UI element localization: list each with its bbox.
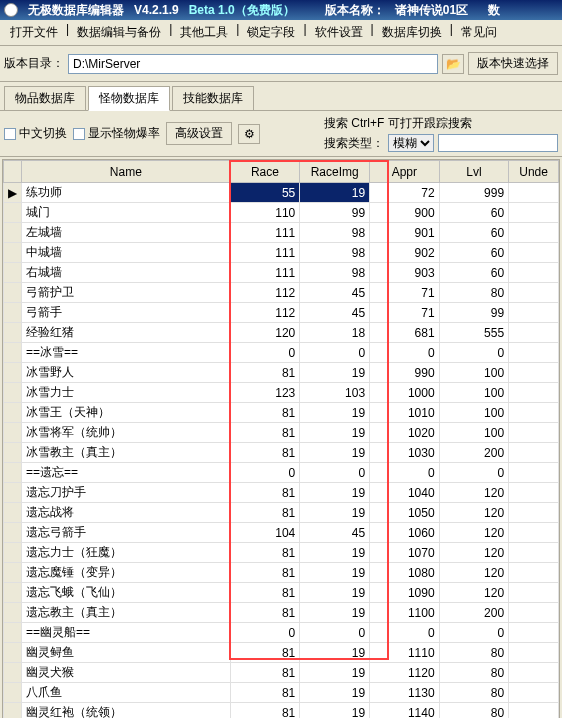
data-grid[interactable]: NameRaceRaceImgApprLvlUnde▶练功师551972999城…	[2, 159, 560, 718]
cell[interactable]: 80	[439, 643, 508, 663]
cell[interactable]	[509, 543, 559, 563]
table-row[interactable]: 冰雪王（天神）81191010100	[4, 403, 559, 423]
cn-switch-checkbox[interactable]: 中文切换	[4, 125, 67, 142]
cell[interactable]: 900	[370, 203, 440, 223]
cell[interactable]	[509, 583, 559, 603]
col-Unde[interactable]: Unde	[509, 161, 559, 183]
cell[interactable]	[509, 463, 559, 483]
cell[interactable]: 1060	[370, 523, 440, 543]
cell[interactable]	[509, 243, 559, 263]
cell-name[interactable]: 遗忘弓箭手	[22, 523, 231, 543]
cell[interactable]: 81	[230, 703, 300, 719]
col-Appr[interactable]: Appr	[370, 161, 440, 183]
cell[interactable]: 103	[300, 383, 370, 403]
cell[interactable]: 55	[230, 183, 300, 203]
cell[interactable]: 104	[230, 523, 300, 543]
cell[interactable]: 19	[300, 443, 370, 463]
menu-dbswitch[interactable]: 数据库切换	[376, 22, 448, 43]
cell-name[interactable]: ==冰雪==	[22, 343, 231, 363]
advanced-button[interactable]: 高级设置	[166, 122, 232, 145]
cell[interactable]: 99	[300, 203, 370, 223]
cell[interactable]	[509, 363, 559, 383]
cell[interactable]: 1120	[370, 663, 440, 683]
cell[interactable]: 99	[439, 303, 508, 323]
cell[interactable]: 81	[230, 423, 300, 443]
cell-name[interactable]: 经验红猪	[22, 323, 231, 343]
cell-name[interactable]: 弓箭护卫	[22, 283, 231, 303]
gear-icon[interactable]: ⚙	[238, 124, 260, 144]
menu-lock[interactable]: 锁定字段	[241, 22, 301, 43]
cell[interactable]	[509, 503, 559, 523]
cell[interactable]: 0	[439, 343, 508, 363]
table-row[interactable]: ==遗忘==0000	[4, 463, 559, 483]
cell[interactable]: 120	[439, 563, 508, 583]
col-Lvl[interactable]: Lvl	[439, 161, 508, 183]
cell[interactable]: 1130	[370, 683, 440, 703]
cell[interactable]	[509, 403, 559, 423]
cell[interactable]	[509, 643, 559, 663]
table-row[interactable]: 左城墙1119890160	[4, 223, 559, 243]
cell[interactable]: 100	[439, 383, 508, 403]
cell[interactable]: 1020	[370, 423, 440, 443]
cell[interactable]: 111	[230, 263, 300, 283]
cell[interactable]: 1110	[370, 643, 440, 663]
col-Name[interactable]: Name	[22, 161, 231, 183]
cell[interactable]: 19	[300, 403, 370, 423]
cell[interactable]: 990	[370, 363, 440, 383]
cell-name[interactable]: 弓箭手	[22, 303, 231, 323]
col-RaceImg[interactable]: RaceImg	[300, 161, 370, 183]
cell[interactable]: 19	[300, 183, 370, 203]
search-type-select[interactable]: 模糊	[388, 134, 434, 152]
cell[interactable]: 0	[230, 343, 300, 363]
cell[interactable]	[509, 683, 559, 703]
cell[interactable]: 81	[230, 503, 300, 523]
cell-name[interactable]: ==遗忘==	[22, 463, 231, 483]
cell[interactable]: 1070	[370, 543, 440, 563]
cell-name[interactable]: 练功师	[22, 183, 231, 203]
table-row[interactable]: 冰雪教主（真主）81191030200	[4, 443, 559, 463]
cell[interactable]: 18	[300, 323, 370, 343]
cell[interactable]	[509, 343, 559, 363]
cell[interactable]	[509, 663, 559, 683]
table-row[interactable]: 八爪鱼8119113080	[4, 683, 559, 703]
cell[interactable]: 81	[230, 643, 300, 663]
cell[interactable]	[509, 183, 559, 203]
cell[interactable]: 81	[230, 663, 300, 683]
menu-open[interactable]: 打开文件	[4, 22, 64, 43]
cell[interactable]: 19	[300, 683, 370, 703]
cell[interactable]: 45	[300, 303, 370, 323]
cell[interactable]: 60	[439, 203, 508, 223]
cell-name[interactable]: 冰雪力士	[22, 383, 231, 403]
table-row[interactable]: 幽灵鲟鱼8119111080	[4, 643, 559, 663]
cell-name[interactable]: 遗忘魔锤（变异）	[22, 563, 231, 583]
cell[interactable]	[509, 623, 559, 643]
cell[interactable]: 555	[439, 323, 508, 343]
tab-monsters[interactable]: 怪物数据库	[88, 86, 170, 111]
table-row[interactable]: 遗忘力士（狂魔）81191070120	[4, 543, 559, 563]
cell[interactable]	[509, 603, 559, 623]
cell[interactable]	[509, 323, 559, 343]
table-row[interactable]: 遗忘教主（真主）81191100200	[4, 603, 559, 623]
drop-rate-checkbox[interactable]: 显示怪物爆率	[73, 125, 160, 142]
cell[interactable]: 1080	[370, 563, 440, 583]
cell[interactable]	[509, 223, 559, 243]
cell[interactable]: 100	[439, 363, 508, 383]
cell[interactable]	[509, 523, 559, 543]
cell-name[interactable]: 遗忘飞蛾（飞仙）	[22, 583, 231, 603]
cell-name[interactable]: 冰雪将军（统帅）	[22, 423, 231, 443]
cell[interactable]: 19	[300, 543, 370, 563]
cell-name[interactable]: 中城墙	[22, 243, 231, 263]
cell[interactable]: 71	[370, 303, 440, 323]
menu-tools[interactable]: 其他工具	[174, 22, 234, 43]
table-row[interactable]: 弓箭护卫112457180	[4, 283, 559, 303]
cell[interactable]: 81	[230, 483, 300, 503]
cell[interactable]	[509, 703, 559, 719]
cell[interactable]: 120	[230, 323, 300, 343]
cell[interactable]: 81	[230, 443, 300, 463]
cell[interactable]: 1100	[370, 603, 440, 623]
cell-name[interactable]: 城门	[22, 203, 231, 223]
cell[interactable]: 98	[300, 263, 370, 283]
cell[interactable]: 0	[370, 343, 440, 363]
cell[interactable]: 80	[439, 663, 508, 683]
col-Race[interactable]: Race	[230, 161, 300, 183]
